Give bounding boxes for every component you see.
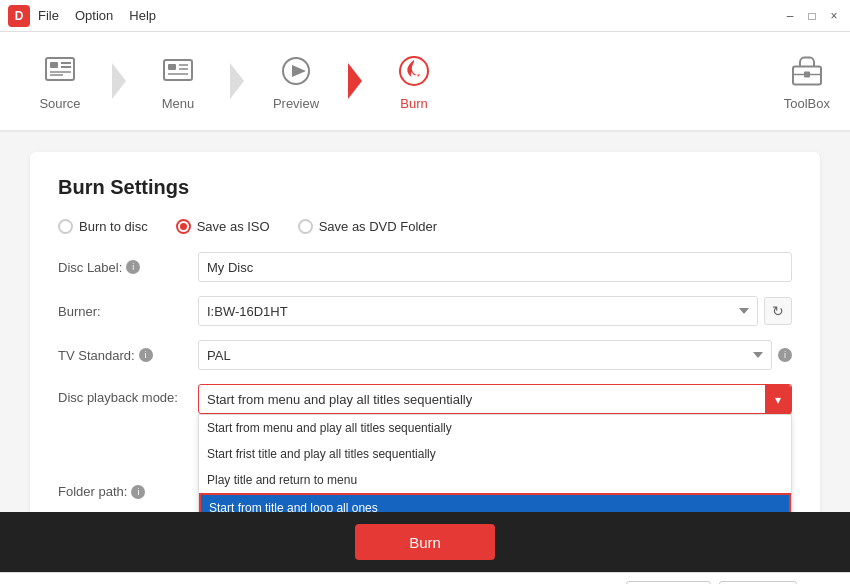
dropdown-option-3[interactable]: Start from title and loop all ones — [199, 493, 791, 512]
nav-arrow-3 — [348, 63, 362, 99]
playback-mode-row: Disc playback mode: Start from menu and … — [58, 384, 792, 414]
radio-disc-circle — [58, 219, 73, 234]
nav-arrow-1 — [112, 63, 126, 99]
minimize-button[interactable]: – — [782, 8, 798, 24]
burner-select[interactable]: I:BW-16D1HT — [198, 296, 758, 326]
window-controls: – □ × — [782, 8, 842, 24]
folder-path-label: Folder path: i — [58, 484, 198, 499]
disc-label-input[interactable] — [198, 252, 792, 282]
menu-option[interactable]: Option — [75, 8, 113, 23]
menu-file[interactable]: File — [38, 8, 59, 23]
tv-standard-info2-icon[interactable]: i — [778, 348, 792, 362]
nav-items: Source Menu — [10, 32, 464, 130]
playback-arrow-icon[interactable] — [765, 385, 791, 415]
burn-button[interactable]: Burn — [355, 524, 495, 560]
burn-bar: Burn — [0, 512, 850, 572]
app-logo: D — [8, 5, 30, 27]
source-icon — [41, 52, 79, 90]
dropdown-option-2[interactable]: Play title and return to menu — [199, 467, 791, 493]
tv-standard-label: TV Standard: i — [58, 348, 198, 363]
playback-wrap: Start from menu and play all titles sequ… — [198, 384, 792, 414]
status-bar: 95M/4.30G DVD (4.7G) ▾ High Quali ▾ High… — [0, 572, 850, 584]
toolbox-label: ToolBox — [784, 96, 830, 111]
playback-select-display[interactable]: Start from menu and play all titles sequ… — [198, 384, 792, 414]
svg-marker-12 — [292, 65, 306, 77]
burn-settings-card: Burn Settings Burn to disc Save as ISO S… — [30, 152, 820, 512]
svg-rect-6 — [164, 60, 192, 80]
folder-path-info-icon[interactable]: i — [131, 485, 145, 499]
maximize-button[interactable]: □ — [804, 8, 820, 24]
radio-iso-circle — [176, 219, 191, 234]
menu-help[interactable]: Help — [129, 8, 156, 23]
dvd-selector[interactable]: DVD (4.7G) ▾ — [626, 581, 711, 585]
radio-save-iso[interactable]: Save as ISO — [176, 219, 270, 234]
preview-label: Preview — [273, 96, 319, 111]
nav-item-menu[interactable]: Menu — [128, 32, 228, 130]
dropdown-option-0[interactable]: Start from menu and play all titles sequ… — [199, 415, 791, 441]
menu-bar: File Option Help — [38, 8, 156, 23]
radio-dvd-label: Save as DVD Folder — [319, 219, 438, 234]
dropdown-option-1[interactable]: Start frist title and play all titles se… — [199, 441, 791, 467]
radio-dvd-circle — [298, 219, 313, 234]
card-title: Burn Settings — [58, 176, 792, 199]
nav-item-preview[interactable]: Preview — [246, 32, 346, 130]
radio-iso-label: Save as ISO — [197, 219, 270, 234]
radio-row: Burn to disc Save as ISO Save as DVD Fol… — [58, 219, 792, 234]
disc-label-row: Disc Label: i — [58, 252, 792, 282]
tv-standard-info-icon[interactable]: i — [139, 348, 153, 362]
playback-dropdown: Start from menu and play all titles sequ… — [198, 414, 792, 512]
radio-save-dvd-folder[interactable]: Save as DVD Folder — [298, 219, 438, 234]
disc-label-label: Disc Label: i — [58, 260, 198, 275]
nav-arrow-2 — [230, 63, 244, 99]
main-content: Burn Settings Burn to disc Save as ISO S… — [0, 132, 850, 512]
burner-row: Burner: I:BW-16D1HT ↻ — [58, 296, 792, 326]
nav-bar: Source Menu — [0, 32, 850, 132]
tv-standard-select-wrap: PAL NTSC i — [198, 340, 792, 370]
menu-icon — [159, 52, 197, 90]
burn-label: Burn — [400, 96, 427, 111]
playback-mode-label: Disc playback mode: — [58, 384, 198, 405]
svg-rect-1 — [50, 62, 58, 68]
svg-rect-16 — [804, 72, 810, 78]
preview-icon — [277, 52, 315, 90]
source-label: Source — [39, 96, 80, 111]
disc-label-info-icon[interactable]: i — [126, 260, 140, 274]
tv-standard-row: TV Standard: i PAL NTSC i — [58, 340, 792, 370]
svg-rect-0 — [46, 58, 74, 80]
menu-label: Menu — [162, 96, 195, 111]
quality-selector[interactable]: High Quali ▾ — [719, 581, 797, 585]
title-bar: D File Option Help – □ × — [0, 0, 850, 32]
nav-item-burn[interactable]: Burn — [364, 32, 464, 130]
radio-disc-label: Burn to disc — [79, 219, 148, 234]
radio-burn-disc[interactable]: Burn to disc — [58, 219, 148, 234]
nav-item-source[interactable]: Source — [10, 32, 110, 130]
burner-select-wrap: I:BW-16D1HT ↻ — [198, 296, 792, 326]
burner-label: Burner: — [58, 304, 198, 319]
burner-refresh-button[interactable]: ↻ — [764, 297, 792, 325]
toolbox-icon — [788, 52, 826, 90]
close-button[interactable]: × — [826, 8, 842, 24]
toolbox-button[interactable]: ToolBox — [784, 52, 830, 111]
tv-standard-select[interactable]: PAL NTSC — [198, 340, 772, 370]
svg-rect-7 — [168, 64, 176, 70]
burn-icon — [395, 52, 433, 90]
